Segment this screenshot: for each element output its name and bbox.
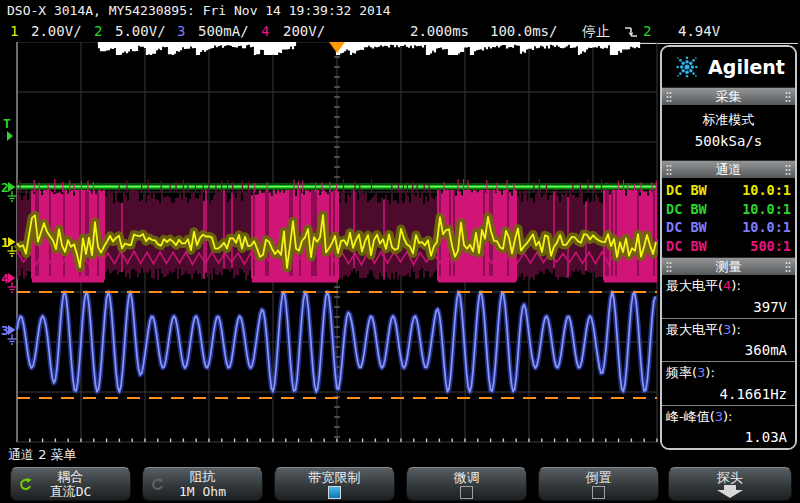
softkey-impedance[interactable]: 阻抗 1M Ohm: [142, 467, 263, 501]
channel-4-status[interactable]: DC BW500:1: [666, 237, 791, 256]
channel-3-scale[interactable]: 500mA/: [198, 23, 249, 39]
waveform-display[interactable]: T2143: [0, 42, 658, 443]
measurement-frequency-ch3: 频率(3): 4.1661Hz: [662, 362, 795, 406]
channels-title: 通道: [716, 162, 742, 178]
softkey-bandwidth-limit[interactable]: 带宽限制: [274, 467, 395, 501]
sample-rate: 500kSa/s: [662, 133, 795, 149]
svg-text:3: 3: [1, 323, 9, 338]
acquisition-header: 采集: [662, 87, 795, 105]
svg-text:T: T: [3, 116, 11, 131]
channel-2-number: 2: [94, 23, 102, 39]
channels-header: 通道: [662, 160, 795, 178]
channel-status-list: DC BW10.0:1 DC BW10.0:1 DC BW10.0:1 DC B…: [662, 178, 795, 257]
measurement-peak-peak-ch3: 峰-峰值(3): 1.03A: [662, 406, 795, 449]
channel-2-scale[interactable]: 5.00V/: [115, 23, 166, 39]
measurement-value: 4.1661Hz: [662, 386, 795, 405]
side-panel: Agilent 采集 标准模式 500kSa/s 通道 DC BW10.0:1 …: [660, 45, 797, 450]
channel-2-status[interactable]: DC BW10.0:1: [666, 200, 791, 219]
run-state: 停止: [582, 23, 610, 41]
checkbox-checked-icon[interactable]: [328, 486, 341, 499]
arrow-down-icon: [717, 485, 743, 498]
measurement-value: 397V: [662, 299, 795, 318]
grip-icon: [785, 164, 791, 176]
grip-icon: [785, 91, 791, 103]
channel-3-status[interactable]: DC BW10.0:1: [666, 218, 791, 237]
acquisition-title: 采集: [716, 89, 742, 105]
agilent-spark-icon: [672, 53, 702, 81]
svg-text:1: 1: [1, 235, 9, 250]
measurements-title: 测量: [716, 259, 742, 275]
grip-icon: [666, 91, 672, 103]
softkey-fine-adjust[interactable]: 微调: [406, 467, 527, 501]
svg-text:4: 4: [1, 271, 9, 286]
grip-icon: [666, 261, 672, 273]
grip-icon: [785, 261, 791, 273]
grip-icon: [666, 164, 672, 176]
softkey-coupling[interactable]: 耦合 直流DC: [10, 467, 131, 501]
channel-3-number: 3: [177, 23, 185, 39]
rotate-knob-icon: [18, 477, 33, 492]
measurements-header: 测量: [662, 257, 795, 275]
trigger-slope-icon: [624, 25, 638, 42]
channel-1-status[interactable]: DC BW10.0:1: [666, 181, 791, 200]
measurement-value: 1.03A: [662, 429, 795, 448]
acquisition-mode: 标准模式: [662, 111, 795, 129]
channel-4-scale[interactable]: 200V/: [283, 23, 325, 39]
channel-1-number: 1: [10, 23, 18, 39]
svg-text:2: 2: [1, 180, 9, 195]
trigger-source[interactable]: 2: [643, 23, 651, 39]
checkbox-unchecked-icon[interactable]: [460, 486, 473, 499]
measurement-value: 360mA: [662, 342, 795, 361]
trigger-level[interactable]: 4.94V: [678, 23, 720, 39]
measurement-list: 最大电平(4): 397V 最大电平(3): 360mA 频率(3): 4.16…: [662, 275, 795, 448]
checkbox-unchecked-icon[interactable]: [592, 486, 605, 499]
acquisition-info: 标准模式 500kSa/s: [662, 105, 795, 160]
channel-4-number: 4: [261, 23, 269, 39]
brand-logo: Agilent: [662, 47, 795, 87]
channel-1-scale[interactable]: 2.00V/: [31, 23, 82, 39]
softkey-invert[interactable]: 倒置: [538, 467, 659, 501]
measurement-max-level-ch3: 最大电平(3): 360mA: [662, 319, 795, 363]
menu-title: 通道 2 菜单: [8, 446, 77, 464]
softkey-probe[interactable]: 探头: [668, 467, 792, 501]
horizontal-delay[interactable]: 2.000ms: [410, 23, 469, 39]
rotate-knob-icon: [150, 477, 165, 492]
brand-name: Agilent: [708, 56, 785, 78]
measurement-max-level-ch4: 最大电平(4): 397V: [662, 275, 795, 319]
instrument-title: DSO-X 3014A, MY54230895: Fri Nov 14 19:3…: [7, 3, 391, 18]
timebase[interactable]: 100.0ms/: [490, 23, 557, 39]
